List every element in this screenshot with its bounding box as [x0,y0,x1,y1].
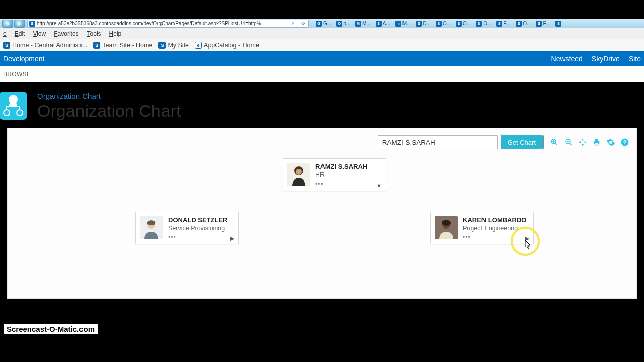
address-bar[interactable]: S http://pre-a53e2b355368a3.contosoaddin… [27,20,309,28]
tab-label: G... [323,21,331,26]
tab-favicon: O [336,21,342,27]
browser-address-bar-area: ◄ ► S http://pre-a53e2b355368a3.contosoa… [0,19,644,28]
node-more-icon[interactable]: ••• [168,234,227,241]
browser-tab[interactable]: MM... [354,21,372,27]
tab-favicon: G [316,21,322,27]
favorite-label: Team Site - Home [102,42,152,49]
browser-tab[interactable]: SO... [475,21,492,27]
avatar [287,163,310,186]
url-text: http://pre-a53e2b355368a3.contosoaddins.… [37,21,261,26]
settings-icon[interactable] [606,138,615,147]
browser-tab[interactable]: SE... [535,21,551,27]
tab-label: O... [483,21,491,26]
browser-tab[interactable]: mM... [394,21,412,27]
page-title: Organization Chart [37,101,181,121]
node-name: KAREN LOMBARDO [463,216,526,224]
browser-tab[interactable]: SO... [455,21,472,27]
browser-tab[interactable]: SD... [415,21,432,27]
menu-item[interactable]: Tools [87,30,101,37]
svg-rect-6 [595,139,598,141]
node-name: DONALD SETZLER [168,216,227,224]
menu-item[interactable]: Help [109,30,122,37]
tab-label: E... [503,21,511,26]
tab-label: A... [383,21,390,26]
favorites-bar: SHome - Central Administr...STeam Site -… [0,39,644,51]
zoom-out-icon[interactable] [564,138,573,147]
browse-label: BROWSE [3,71,31,78]
suite-link[interactable]: Site [629,55,641,63]
avatar [435,216,458,239]
browser-tab[interactable]: SO... [435,21,452,27]
node-more-icon[interactable]: ••• [315,180,367,188]
fit-icon[interactable] [578,138,587,147]
browser-tab[interactable]: SE... [495,21,512,27]
browser-tab[interactable]: SA... [375,21,391,27]
tab-favicon: S [436,21,442,27]
suite-left-label[interactable]: Development [3,55,45,63]
browser-tab[interactable]: S [554,21,564,27]
stop-icon[interactable]: × [290,20,297,27]
page-header: Organization Chart Organization Chart [0,82,644,124]
tab-favicon: S [516,21,522,27]
svg-rect-7 [595,143,598,146]
tab-label: M... [403,21,411,26]
mouse-pointer-icon [525,240,532,250]
black-letterbox-bottom [0,338,644,362]
breadcrumb-eyebrow[interactable]: Organization Chart [37,92,181,100]
print-icon[interactable] [592,138,601,147]
sharepoint-suite-bar: Development NewsfeedSkyDriveSite [0,51,644,66]
node-name: RAMZI S.SARAH [315,163,367,170]
tab-favicon: S [496,21,502,27]
favorite-link[interactable]: SMy Site [158,42,189,49]
tab-favicon: S [555,21,561,27]
expand-right-icon[interactable]: ▶ [230,235,234,242]
refresh-icon[interactable]: ⟳ [300,20,307,27]
suite-link[interactable]: Newsfeed [551,55,583,63]
browser-tabs: GG...Op...MM...SA...mM...SD...SO...SO...… [315,21,564,27]
get-chart-button[interactable]: Get Chart [501,135,543,149]
menu-item[interactable]: View [33,30,46,37]
favorite-link[interactable]: eAppCatalog - Home [195,42,259,49]
svg-point-1 [4,110,10,116]
tab-favicon: S [416,21,422,27]
favorite-link[interactable]: SHome - Central Administr... [3,42,87,49]
browser-menu-bar: eEditViewFavoritesToolsHelp [0,28,644,39]
menu-item[interactable]: e [3,30,7,37]
sharepoint-favicon: S [29,21,35,27]
favorite-favicon: S [158,42,166,49]
search-input[interactable] [378,135,498,149]
tab-favicon: S [376,21,382,27]
favorite-link[interactable]: STeam Site - Home [93,42,152,49]
avatar [140,216,163,239]
node-role: HR [315,171,367,178]
node-root[interactable]: RAMZI S.SARAH HR ••• ▼ [283,158,386,191]
help-icon[interactable]: ? [620,138,629,147]
browser-tab[interactable]: GG... [315,21,332,27]
tab-label: p... [343,21,350,26]
svg-point-12 [296,169,302,175]
back-button[interactable]: ◄ [2,20,13,28]
zoom-in-icon[interactable] [550,138,559,147]
menu-item[interactable]: Edit [15,30,25,37]
forward-button[interactable]: ► [14,20,25,28]
svg-point-2 [17,110,23,116]
ribbon-browse-tab[interactable]: BROWSE [0,66,644,82]
orgchart-app-logo [0,92,27,120]
tab-label: M... [362,21,371,26]
favorite-label: My Site [168,42,189,49]
tab-label: O... [523,21,531,26]
orgchart-canvas: Get Chart ? RAMZI S.SARAH HR ••• ▼ [7,128,637,299]
node-left[interactable]: DONALD SETZLER Service Provisioning ••• … [135,212,239,244]
chart-area[interactable]: RAMZI S.SARAH HR ••• ▼ DONALD SETZLER Se… [15,155,629,271]
suite-link[interactable]: SkyDrive [592,55,620,63]
favorite-label: AppCatalog - Home [204,42,259,49]
tab-label: D... [423,21,431,26]
tab-favicon: S [476,21,482,27]
orgchart-toolbar: Get Chart ? [15,135,629,149]
browser-tab[interactable]: SO... [515,21,532,27]
menu-item[interactable]: Favorites [54,30,78,37]
tab-favicon: S [456,21,462,27]
expand-down-icon[interactable]: ▼ [376,183,382,189]
browser-tab[interactable]: Op... [335,21,351,27]
tab-favicon: S [536,21,542,27]
